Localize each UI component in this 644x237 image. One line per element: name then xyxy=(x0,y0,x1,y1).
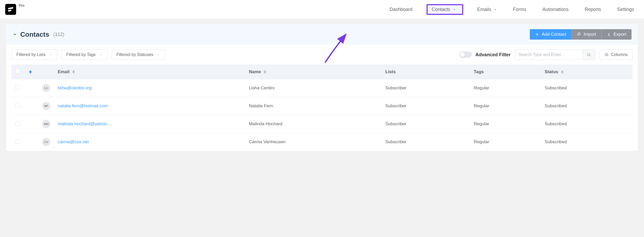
app-logo xyxy=(5,4,16,15)
svg-marker-4 xyxy=(29,72,32,74)
svg-marker-7 xyxy=(264,70,266,72)
nav-reports-label: Reports xyxy=(585,7,601,12)
row-checkbox[interactable] xyxy=(15,85,20,90)
pro-label: Pro xyxy=(19,3,24,8)
contact-name: Carma Vanheusen xyxy=(245,133,382,151)
table-row[interactable]: LClisha@centini.orgLisha CentiniSubscrib… xyxy=(11,79,633,97)
page-title: Contacts xyxy=(20,30,49,39)
cloud-upload-icon xyxy=(577,32,581,36)
col-tags[interactable]: Tags xyxy=(470,65,541,79)
col-lists[interactable]: Lists xyxy=(382,65,470,79)
advanced-filter-toggle[interactable] xyxy=(459,52,472,58)
svg-point-0 xyxy=(588,53,590,56)
table-row[interactable]: MHmalinda.hochard@yahoo....Malinda Hocha… xyxy=(11,115,633,133)
svg-marker-10 xyxy=(561,72,564,74)
col-lists-label: Lists xyxy=(385,69,396,74)
contact-name: Malinda Hochard xyxy=(245,115,382,133)
chevron-down-icon xyxy=(493,8,497,11)
svg-marker-6 xyxy=(72,72,75,74)
contact-name: Natalie Fern xyxy=(245,97,382,115)
svg-marker-8 xyxy=(264,72,266,74)
contact-tags: Regular xyxy=(470,79,541,97)
nav-settings[interactable]: Settings xyxy=(615,5,636,14)
col-name[interactable]: Name xyxy=(245,65,382,79)
chevron-down-icon xyxy=(99,53,102,56)
table-row[interactable]: NFnatalie.fern@hotmail.comNatalie FernSu… xyxy=(11,97,633,115)
contact-email-link[interactable]: lisha@centini.org xyxy=(58,85,92,90)
nav-automations[interactable]: Automations xyxy=(540,5,571,14)
avatar: LC xyxy=(42,84,50,92)
sort-indicator[interactable] xyxy=(29,70,32,74)
contacts-table: Email Name Lists Tags xyxy=(11,65,633,151)
sort-icon xyxy=(561,70,564,74)
page-header: Contacts (112) Add Contact Import Export xyxy=(6,24,638,45)
row-checkbox[interactable] xyxy=(15,139,20,144)
col-status-label: Status xyxy=(545,69,558,74)
avatar: CV xyxy=(42,138,50,146)
contact-email-link[interactable]: carma@cox.net xyxy=(58,139,89,144)
contact-lists: Subscriber xyxy=(382,79,470,97)
contact-email-link[interactable]: malinda.hochard@yahoo.... xyxy=(58,121,112,126)
add-contact-button[interactable]: Add Contact xyxy=(530,29,571,40)
nav-emails[interactable]: Emails xyxy=(475,5,499,14)
caret-down-icon xyxy=(29,72,32,74)
nav-reports[interactable]: Reports xyxy=(583,5,603,14)
add-contact-label: Add Contact xyxy=(542,32,566,37)
nav-contacts-label: Contacts xyxy=(432,7,450,12)
brand: Pro xyxy=(5,4,24,15)
columns-label: Columns xyxy=(611,52,628,57)
contact-status: Subscribed xyxy=(541,133,633,151)
nav-forms[interactable]: Forms xyxy=(511,5,529,14)
avatar: NF xyxy=(42,102,50,110)
contact-email-link[interactable]: natalie.fern@hotmail.com xyxy=(58,103,108,108)
svg-marker-9 xyxy=(561,70,564,72)
filter-tags[interactable]: Filtered by Tags xyxy=(61,49,107,60)
select-all-checkbox[interactable] xyxy=(15,69,20,73)
chevron-down-icon xyxy=(157,53,160,56)
row-checkbox[interactable] xyxy=(15,103,20,108)
col-tags-label: Tags xyxy=(474,69,484,74)
filter-tags-label: Filtered by Tags xyxy=(66,52,96,57)
search-icon xyxy=(587,53,591,57)
filter-row: Filtered by Lists Filtered by Tags Filte… xyxy=(11,49,633,60)
nav-forms-label: Forms xyxy=(513,7,526,12)
plus-icon xyxy=(535,32,539,36)
nav-emails-label: Emails xyxy=(477,7,491,12)
chevron-down-icon xyxy=(49,53,52,56)
contact-tags: Regular xyxy=(470,97,541,115)
filter-lists[interactable]: Filtered by Lists xyxy=(11,49,57,60)
export-label: Export xyxy=(614,32,626,37)
export-button[interactable]: Export xyxy=(601,29,632,40)
svg-point-2 xyxy=(606,54,607,55)
table-row[interactable]: CVcarma@cox.netCarma VanheusenSubscriber… xyxy=(11,133,633,151)
nav-contacts[interactable]: Contacts xyxy=(427,4,463,15)
nav-dashboard[interactable]: Dashboard xyxy=(388,5,415,14)
col-email-label: Email xyxy=(58,69,69,74)
filter-statuses-label: Filtered by Statuses xyxy=(117,52,153,57)
download-icon xyxy=(607,32,611,36)
contact-status: Subscribed xyxy=(541,97,633,115)
search-button[interactable] xyxy=(583,50,595,60)
nav-dashboard-label: Dashboard xyxy=(390,7,413,12)
svg-line-1 xyxy=(590,55,590,56)
nav-settings-label: Settings xyxy=(617,7,634,12)
chevron-down-icon xyxy=(452,8,456,11)
contact-count: (112) xyxy=(53,32,64,37)
col-email[interactable]: Email xyxy=(54,65,245,79)
columns-button[interactable]: Columns xyxy=(600,49,633,60)
gear-icon xyxy=(604,53,609,57)
contact-tags: Regular xyxy=(470,133,541,151)
search-box xyxy=(515,49,595,60)
contact-lists: Subscriber xyxy=(382,97,470,115)
search-input[interactable] xyxy=(515,50,583,60)
svg-marker-3 xyxy=(29,70,32,72)
col-status[interactable]: Status xyxy=(541,65,633,79)
row-checkbox[interactable] xyxy=(15,121,20,126)
import-label: Import xyxy=(584,32,596,37)
sort-icon xyxy=(72,70,75,74)
import-button[interactable]: Import xyxy=(571,29,601,40)
collapse-icon[interactable] xyxy=(12,32,17,37)
filter-statuses[interactable]: Filtered by Statuses xyxy=(112,49,165,60)
col-name-label: Name xyxy=(249,69,261,74)
contact-tags: Regular xyxy=(470,115,541,133)
